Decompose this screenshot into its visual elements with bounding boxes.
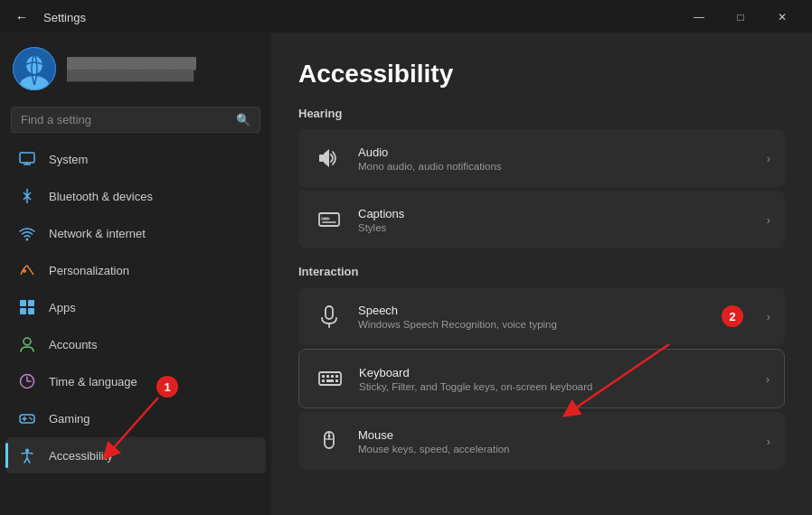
svg-rect-32 (335, 375, 338, 378)
mouse-card[interactable]: Mouse Mouse keys, speed, acceleration › (298, 412, 785, 470)
hearing-heading: Hearing (298, 107, 785, 120)
svg-rect-28 (319, 372, 341, 385)
svg-rect-9 (20, 300, 26, 306)
svg-point-19 (31, 418, 33, 420)
search-icon: 🔍 (236, 113, 250, 126)
search-box[interactable]: 🔍 (11, 107, 260, 133)
network-icon (18, 224, 36, 242)
minimize-button[interactable]: — (678, 3, 720, 32)
search-container: 🔍 (0, 103, 271, 140)
keyboard-card[interactable]: Keyboard Sticky, Filter, and Toggle keys… (298, 349, 785, 408)
sidebar-item-system-label: System (49, 153, 88, 166)
maximize-button[interactable]: □ (720, 3, 761, 32)
captions-card-title: Captions (358, 207, 767, 220)
user-profile[interactable]: ████ ████ ████████ ██████████████████ (0, 33, 271, 103)
svg-rect-21 (319, 154, 324, 162)
sidebar-item-accounts[interactable]: Accounts (5, 326, 266, 362)
captions-card-text: Captions Styles (358, 207, 767, 233)
sidebar-item-time[interactable]: Time & language (5, 363, 266, 399)
back-button[interactable]: ← (9, 5, 34, 30)
apps-icon (18, 298, 36, 316)
sidebar-item-personalization[interactable]: Personalization (5, 252, 266, 288)
svg-rect-30 (326, 375, 329, 378)
svg-point-18 (29, 417, 31, 419)
mouse-chevron-icon: › (767, 435, 770, 448)
sidebar-item-time-label: Time & language (49, 375, 137, 389)
audio-icon (313, 142, 345, 174)
mouse-card-subtitle: Mouse keys, speed, acceleration (358, 444, 767, 454)
captions-chevron-icon: › (767, 213, 770, 227)
close-button[interactable]: ✕ (761, 3, 803, 32)
sidebar-item-bluetooth[interactable]: Bluetooth & devices (5, 178, 266, 214)
svg-rect-29 (322, 375, 325, 378)
svg-rect-35 (335, 379, 338, 382)
sidebar-item-gaming[interactable]: Gaming (5, 400, 266, 436)
captions-icon: CC (313, 203, 345, 236)
audio-card-title: Audio (358, 145, 767, 159)
svg-rect-31 (331, 375, 334, 378)
titlebar-title: Settings (43, 11, 86, 24)
svg-point-1 (26, 56, 42, 74)
svg-rect-10 (28, 300, 34, 306)
audio-chevron-icon: › (767, 152, 770, 165)
sidebar-item-accessibility[interactable]: Accessibility (5, 437, 266, 473)
speech-card-text: Speech Windows Speech Recognition, voice… (358, 304, 767, 330)
speech-card-title: Speech (358, 304, 767, 317)
svg-point-7 (26, 239, 29, 241)
sidebar-item-network[interactable]: Network & internet (5, 215, 266, 251)
captions-card-subtitle: Styles (358, 222, 767, 233)
sidebar-item-bluetooth-label: Bluetooth & devices (49, 190, 153, 203)
audio-card-subtitle: Mono audio, audio notifications (358, 161, 767, 172)
page-title: Accessibility (298, 60, 785, 89)
accounts-icon (18, 335, 36, 353)
titlebar: ← Settings — □ ✕ (0, 0, 812, 33)
content-area: Accessibility Hearing Audio Mono audio, … (271, 33, 812, 515)
svg-rect-4 (20, 153, 34, 163)
keyboard-icon (314, 362, 346, 395)
sidebar-item-accounts-label: Accounts (49, 338, 97, 351)
svg-rect-34 (326, 379, 334, 382)
sidebar-item-apps-label: Apps (49, 301, 76, 314)
sidebar-item-network-label: Network & internet (49, 227, 146, 240)
svg-point-20 (25, 449, 29, 453)
system-icon (18, 150, 36, 168)
titlebar-controls: — □ ✕ (678, 3, 803, 32)
svg-rect-12 (28, 308, 34, 314)
titlebar-left: ← Settings (9, 5, 86, 30)
svg-point-39 (328, 435, 331, 437)
svg-point-13 (24, 338, 31, 345)
sidebar-item-system[interactable]: System (5, 141, 266, 177)
search-input[interactable] (21, 113, 229, 126)
keyboard-card-text: Keyboard Sticky, Filter, and Toggle keys… (359, 366, 766, 392)
mouse-card-text: Mouse Mouse keys, speed, acceleration (358, 428, 767, 454)
sidebar-item-accessibility-label: Accessibility (49, 449, 113, 463)
svg-text:CC: CC (321, 216, 328, 221)
svg-point-8 (23, 269, 26, 273)
sidebar-item-personalization-label: Personalization (49, 264, 129, 277)
section-interaction: Interaction Speech Windows Speech Recogn… (298, 265, 785, 470)
sidebar-item-apps[interactable]: Apps (5, 289, 266, 325)
user-name: ████ ████ ████████ (67, 57, 196, 70)
keyboard-card-title: Keyboard (359, 366, 766, 379)
svg-rect-26 (326, 306, 333, 319)
speech-chevron-icon: › (767, 310, 770, 323)
sidebar-item-gaming-label: Gaming (49, 412, 90, 426)
speech-card[interactable]: Speech Windows Speech Recognition, voice… (298, 287, 785, 345)
avatar (13, 47, 56, 90)
main-layout: ████ ████ ████████ ██████████████████ 🔍 (0, 33, 812, 515)
mouse-icon (313, 425, 345, 457)
time-icon (18, 372, 36, 390)
sidebar: ████ ████ ████████ ██████████████████ 🔍 (0, 33, 271, 515)
svg-rect-33 (322, 379, 325, 382)
svg-rect-11 (20, 308, 26, 314)
speech-card-subtitle: Windows Speech Recognition, voice typing (358, 319, 767, 330)
audio-card-text: Audio Mono audio, audio notifications (358, 145, 767, 172)
keyboard-card-subtitle: Sticky, Filter, and Toggle keys, on-scre… (359, 381, 766, 392)
section-hearing: Hearing Audio Mono audio, audio notifica… (298, 107, 785, 248)
gaming-icon (18, 409, 36, 427)
captions-card[interactable]: CC Captions Styles › (298, 191, 785, 248)
keyboard-chevron-icon: › (766, 372, 770, 386)
audio-card[interactable]: Audio Mono audio, audio notifications › (298, 129, 785, 187)
speech-icon (313, 300, 345, 332)
accessibility-icon (18, 446, 36, 464)
